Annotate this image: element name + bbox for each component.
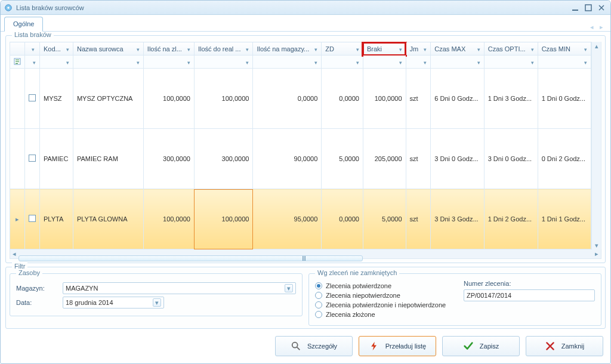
radio-unconfirmed[interactable]: Zlecenia niepotwierdzone — [315, 292, 453, 299]
table-row[interactable]: PAMIEC PAMIEC RAM 300,0000 300,0000 90,0… — [10, 129, 591, 189]
col-braki[interactable]: Braki — [363, 42, 406, 55]
filter-icon[interactable] — [311, 45, 317, 53]
col-czas-opt[interactable]: Czas OPTI... — [484, 42, 538, 55]
filter-icon[interactable] — [474, 45, 480, 53]
filter-cell[interactable] — [73, 55, 143, 69]
reload-button[interactable]: Przeładuj listę — [359, 336, 436, 356]
button-bar: Szczegóły Przeładuj listę Zapisz Zamknij — [5, 332, 606, 359]
data-grid[interactable]: Kod... Nazwa surowca Ilość na zl... Iloś… — [10, 42, 591, 249]
col-kod[interactable]: Kod... — [40, 42, 73, 55]
zasoby-groupbox: Zasoby Magazyn: MAGAZYN ▾ Data: 18 grudn — [10, 273, 303, 316]
filter-cell[interactable] — [253, 55, 322, 69]
order-number-field[interactable]: ZP/00147/2014 — [464, 289, 595, 301]
row-checkbox[interactable] — [25, 189, 40, 249]
filter-icon[interactable] — [356, 58, 359, 66]
filter-icon[interactable] — [246, 58, 249, 66]
window-title: Lista braków surowców — [16, 4, 569, 11]
chevron-down-icon[interactable]: ▾ — [285, 284, 293, 292]
cell-max: 3 Dni 3 Godz... — [431, 189, 484, 249]
filter-cell[interactable] — [143, 55, 194, 69]
filter-icon[interactable] — [421, 45, 427, 53]
button-label: Przeładuj listę — [385, 343, 426, 350]
window: Lista braków surowców Ogólne ◂ ▸ Lista b… — [0, 0, 611, 364]
filter-cell[interactable] — [406, 55, 431, 69]
checkbox-header[interactable] — [25, 42, 40, 55]
row-checkbox[interactable] — [25, 129, 40, 189]
scroll-right-icon[interactable]: ▸ — [593, 249, 601, 258]
col-czas-min[interactable]: Czas MIN — [538, 42, 591, 55]
button-label: Szczegóły — [307, 343, 337, 350]
cell-zd: 0,0000 — [322, 189, 363, 249]
zlecenia-legend: Wg zleceń nie zamkniętych — [315, 269, 399, 276]
radio-confirmed[interactable]: Zlecenia potwierdzone — [315, 282, 453, 289]
magnifier-icon — [291, 341, 301, 351]
radio-both[interactable]: Zlecenia potwierdzonie i niepotwierdzone — [315, 301, 453, 309]
filter-icon[interactable] — [137, 58, 140, 66]
list-legend: Lista braków — [12, 32, 54, 38]
date-picker[interactable]: 18 grudnia 2014 ▾ — [63, 297, 164, 309]
filter-icon[interactable] — [184, 45, 190, 53]
save-button[interactable]: Zapisz — [442, 336, 520, 356]
col-nazwa[interactable]: Nazwa surowca — [73, 42, 143, 55]
table-row[interactable]: MYSZ MYSZ OPTYCZNA 100,0000 100,0000 0,0… — [10, 69, 591, 129]
grid-scroll: Kod... Nazwa surowca Ilość na zl... Iloś… — [10, 42, 601, 249]
filter-groupbox: Filtr Zasoby Magazyn: MAGAZYN ▾ — [5, 267, 606, 329]
cell-jm: szt — [406, 69, 431, 129]
row-indicator-header — [10, 42, 25, 55]
filter-icon[interactable] — [353, 45, 359, 53]
table-row[interactable]: ▸ PLYTA PLYTA GLOWNA 100,0000 100,0000 9… — [10, 189, 591, 249]
filter-icon[interactable] — [243, 45, 249, 53]
tab-next-icon[interactable]: ▸ — [600, 23, 603, 31]
details-button[interactable]: Szczegóły — [275, 336, 353, 356]
filter-icon[interactable] — [581, 45, 587, 53]
scrollbar-thumb[interactable] — [18, 255, 363, 261]
filter-cell[interactable] — [40, 55, 73, 69]
filter-cell[interactable] — [431, 55, 484, 69]
vertical-scrollbar[interactable]: ▴ ▾ — [591, 42, 601, 249]
scroll-up-icon[interactable]: ▴ — [592, 42, 601, 50]
col-czas-max[interactable]: Czas MAX — [431, 42, 484, 55]
filter-row-indicator — [10, 55, 25, 69]
magazyn-select[interactable]: MAGAZYN ▾ — [63, 282, 296, 294]
filter-icon[interactable] — [396, 45, 402, 53]
col-ilosc-real[interactable]: Ilość do real ... — [194, 42, 253, 55]
filter-icon[interactable] — [134, 45, 140, 53]
cell-opt: 1 Dni 3 Godz... — [484, 69, 538, 129]
tab-general[interactable]: Ogólne — [4, 17, 43, 32]
filter-cell[interactable] — [322, 55, 363, 69]
filter-icon[interactable] — [399, 58, 402, 66]
scroll-left-icon[interactable]: ◂ — [10, 249, 18, 258]
filter-icon[interactable] — [477, 58, 480, 66]
col-ilosc-zl[interactable]: Ilość na zl... — [143, 42, 194, 55]
col-ilosc-mag[interactable]: Ilość na magazy... — [253, 42, 322, 55]
chevron-down-icon[interactable]: ▾ — [153, 298, 161, 307]
filter-cell[interactable] — [25, 55, 40, 69]
minimize-button[interactable] — [569, 3, 582, 13]
filter-icon[interactable] — [528, 45, 534, 53]
filter-icon[interactable] — [63, 45, 69, 53]
filter-icon[interactable] — [314, 58, 317, 66]
filter-icon[interactable] — [424, 58, 427, 66]
filter-icon[interactable] — [531, 58, 534, 66]
radio-submitted[interactable]: Zlecenia złożone — [315, 311, 453, 318]
filter-cell[interactable] — [194, 55, 253, 69]
col-zd[interactable]: ZD — [322, 42, 363, 55]
filter-cell[interactable] — [538, 55, 591, 69]
close-button[interactable]: Zamknij — [526, 336, 603, 356]
close-window-button[interactable] — [595, 3, 608, 13]
filter-icon[interactable] — [33, 58, 36, 66]
row-checkbox[interactable] — [25, 69, 40, 129]
horizontal-scrollbar[interactable]: ◂ ▸ — [10, 249, 601, 259]
scroll-down-icon[interactable]: ▾ — [592, 241, 601, 249]
filter-icon[interactable] — [584, 58, 587, 66]
filter-cell[interactable] — [484, 55, 538, 69]
filter-icon[interactable] — [66, 58, 69, 66]
maximize-button[interactable] — [582, 3, 595, 13]
filter-cell[interactable] — [363, 55, 406, 69]
data-label: Data: — [16, 299, 58, 306]
radio-label: Zlecenia niepotwierdzone — [326, 292, 400, 299]
col-jm[interactable]: Jm — [406, 42, 431, 55]
filter-icon[interactable] — [29, 45, 35, 53]
tab-prev-icon[interactable]: ◂ — [590, 23, 594, 31]
filter-icon[interactable] — [187, 58, 190, 66]
